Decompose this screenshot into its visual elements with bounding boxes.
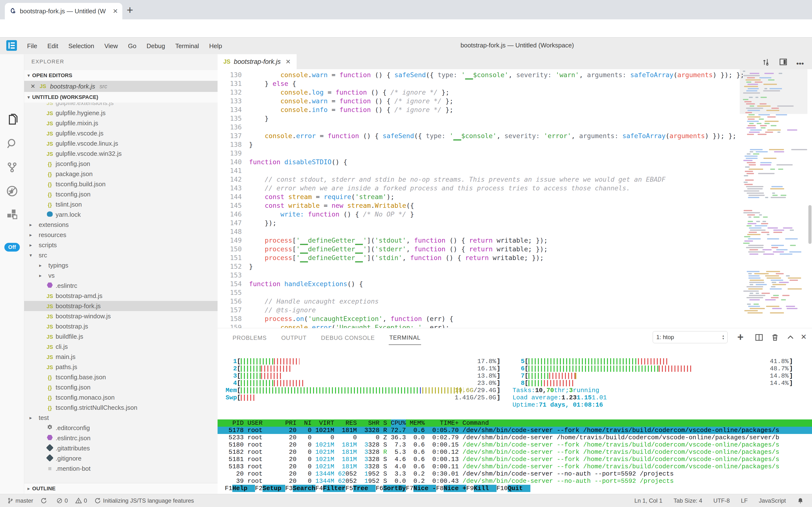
- language-mode[interactable]: JavaScript: [759, 497, 786, 504]
- menu-edit[interactable]: Edit: [47, 42, 58, 50]
- kill-terminal-icon[interactable]: [771, 333, 779, 343]
- open-editor-item[interactable]: ✕ JS bootstrap-fork.js src: [24, 81, 217, 92]
- tree-item-cli.js[interactable]: JScli.js: [24, 342, 217, 352]
- tree-item-tsconfig.strictNullChecks.json[interactable]: {}tsconfig.strictNullChecks.json: [24, 402, 217, 413]
- split-editor-icon[interactable]: [779, 58, 788, 67]
- code-line-137[interactable]: 137 console.error = function () { safeSe…: [217, 131, 812, 140]
- code-line-152[interactable]: 152}: [217, 262, 812, 271]
- extensions-icon[interactable]: [0, 209, 24, 221]
- tree-item-gulpfile.vscode.js[interactable]: JSgulpfile.vscode.js: [24, 128, 217, 138]
- tree-item-typings[interactable]: ▸typings: [24, 260, 217, 270]
- code-line-134[interactable]: 134 console.info = function () { /* igno…: [217, 106, 812, 114]
- menu-terminal[interactable]: Terminal: [175, 42, 199, 50]
- outline-header[interactable]: ▸ OUTLINE: [24, 483, 217, 494]
- tree-item-extensions[interactable]: ▸extensions: [24, 220, 217, 230]
- tab-size[interactable]: Tab Size: 4: [674, 497, 702, 504]
- code-line-139[interactable]: 139: [217, 149, 812, 158]
- htop-function-key-bar[interactable]: F1Help F2Setup F3SearchF4FilterF5Tree F6…: [217, 485, 812, 492]
- code-line-154[interactable]: 154function handleExceptions() {: [217, 280, 812, 288]
- code-line-149[interactable]: 149 process['__defineGetter__']('stdout'…: [217, 236, 812, 245]
- code-line-145[interactable]: 145 const writable = new stream.Writable…: [217, 201, 812, 210]
- menu-selection[interactable]: Selection: [68, 42, 94, 50]
- bell-icon[interactable]: [797, 497, 806, 504]
- code-line-143[interactable]: 143 // error when we are inside a forked…: [217, 184, 812, 192]
- code-line-131[interactable]: 131 } else {: [217, 79, 812, 88]
- panel-tab-debug-console[interactable]: DEBUG CONSOLE: [321, 330, 375, 345]
- code-line-157[interactable]: 157 // @ts-ignore: [217, 306, 812, 315]
- warnings-item[interactable]: 0: [75, 497, 87, 504]
- code-line-135[interactable]: 135 }: [217, 114, 812, 123]
- tree-item-buildfile.js[interactable]: JSbuildfile.js: [24, 331, 217, 342]
- debug-disabled-icon[interactable]: [0, 185, 24, 198]
- code-line-138[interactable]: 138}: [217, 140, 812, 149]
- code-line-133[interactable]: 133 console.warn = function () { /* igno…: [217, 97, 812, 106]
- tree-item-bootstrap-fork.js[interactable]: JSbootstrap-fork.js: [24, 301, 217, 311]
- menu-go[interactable]: Go: [128, 42, 137, 50]
- tree-item-.gitattributes[interactable]: .gitattributes: [24, 443, 217, 453]
- split-terminal-icon[interactable]: [755, 333, 763, 343]
- code-line-151[interactable]: 151 process['__defineGetter__']('stdin',…: [217, 253, 812, 262]
- menu-view[interactable]: View: [105, 42, 118, 50]
- tree-item-.eslintrc[interactable]: .eslintrc: [24, 281, 217, 291]
- new-tab-button[interactable]: +: [127, 4, 133, 15]
- code-line-147[interactable]: 147 });: [217, 219, 812, 227]
- minimap[interactable]: [741, 69, 806, 328]
- code-line-140[interactable]: 140function disableSTDIO() {: [217, 158, 812, 166]
- code-line-159[interactable]: 159 console.error('Uncaught Exception: '…: [217, 323, 812, 328]
- tree-item-gulpfile.hygiene.js[interactable]: JSgulpfile.hygiene.js: [24, 108, 217, 118]
- tab-close-icon[interactable]: ✕: [113, 7, 118, 15]
- code-line-148[interactable]: 148: [217, 227, 812, 236]
- maximize-panel-icon[interactable]: [786, 333, 795, 343]
- errors-item[interactable]: 0: [56, 497, 68, 504]
- code-line-141[interactable]: 141: [217, 166, 812, 175]
- code-line-155[interactable]: 155: [217, 288, 812, 297]
- tree-item-main.js[interactable]: JSmain.js: [24, 352, 217, 362]
- panel-tab-problems[interactable]: PROBLEMS: [232, 330, 267, 345]
- tree-item-bootstrap-window.js[interactable]: JSbootstrap-window.js: [24, 311, 217, 321]
- tree-item-tsconfig.monaco.json[interactable]: {}tsconfig.monaco.json: [24, 392, 217, 402]
- tree-item-paths.js[interactable]: JSpaths.js: [24, 362, 217, 372]
- close-panel-icon[interactable]: ✕: [801, 333, 807, 341]
- explorer-icon[interactable]: [0, 113, 24, 126]
- more-actions-icon[interactable]: •••: [796, 59, 804, 68]
- tree-item-src[interactable]: ▾src: [24, 250, 217, 260]
- code-line-146[interactable]: 146 write: function () { /* No OP */ }: [217, 210, 812, 219]
- editor-scrollbar[interactable]: [808, 205, 812, 244]
- search-icon[interactable]: [0, 137, 24, 150]
- code-line-132[interactable]: 132 console.log = function () { /* ignor…: [217, 88, 812, 97]
- offline-badge[interactable]: Off: [4, 243, 20, 251]
- code-line-142[interactable]: 142 // const stdout, stderr and stdin be…: [217, 175, 812, 184]
- tree-item-bootstrap.js[interactable]: JSbootstrap.js: [24, 321, 217, 331]
- tree-item-scripts[interactable]: ▸scripts: [24, 240, 217, 250]
- open-editors-header[interactable]: ▾ OPEN EDITORS: [24, 70, 217, 81]
- tree-item-tsconfig.json[interactable]: {}tsconfig.json: [24, 382, 217, 392]
- tree-item-tsconfig.build.json[interactable]: {}tsconfig.build.json: [24, 179, 217, 189]
- tree-item-package.json[interactable]: {}package.json: [24, 169, 217, 179]
- tree-item-yarn.lock[interactable]: yarn.lock: [24, 210, 217, 220]
- git-branch-item[interactable]: master: [7, 497, 33, 504]
- sync-item[interactable]: [40, 497, 49, 504]
- tree-item-tslint.json[interactable]: {}tslint.json: [24, 199, 217, 210]
- close-icon[interactable]: ✕: [30, 83, 35, 90]
- workspace-header[interactable]: ▾ UNTITLED (WORKSPACE): [24, 92, 217, 103]
- eol[interactable]: LF: [741, 497, 748, 504]
- tree-item-.gitignore[interactable]: .gitignore: [24, 453, 217, 463]
- tree-item-tsconfig.json[interactable]: {}tsconfig.json: [24, 189, 217, 199]
- tree-item-bootstrap-amd.js[interactable]: JSbootstrap-amd.js: [24, 291, 217, 301]
- tree-item-.editorconfig[interactable]: .editorconfig: [24, 423, 217, 433]
- menu-file[interactable]: File: [27, 42, 37, 50]
- tree-item-gulpfile.extensions.js[interactable]: JSgulpfile.extensions.js: [24, 103, 217, 108]
- tree-item-.mention-bot[interactable]: ≡.mention-bot: [24, 463, 217, 473]
- menu-help[interactable]: Help: [209, 42, 222, 50]
- tree-item-resources[interactable]: ▸resources: [24, 230, 217, 240]
- tree-item-test[interactable]: ▸test: [24, 413, 217, 423]
- code-line-153[interactable]: 153: [217, 271, 812, 280]
- code-line-150[interactable]: 150 process['__defineGetter__']('stderr'…: [217, 245, 812, 253]
- code-line-158[interactable]: 158 process.on('uncaughtException', func…: [217, 315, 812, 323]
- tree-item-gulpfile.vscode.linux.js[interactable]: JSgulpfile.vscode.linux.js: [24, 138, 217, 149]
- tree-item-gulpfile.mixin.js[interactable]: JSgulpfile.mixin.js: [24, 118, 217, 128]
- code-line-156[interactable]: 156 // Handle uncaught exceptions: [217, 297, 812, 306]
- panel-tab-terminal[interactable]: TERMINAL: [389, 330, 421, 345]
- terminal-select[interactable]: 1: htop ▴▾: [653, 331, 728, 343]
- tree-item-tsconfig.base.json[interactable]: {}tsconfig.base.json: [24, 372, 217, 382]
